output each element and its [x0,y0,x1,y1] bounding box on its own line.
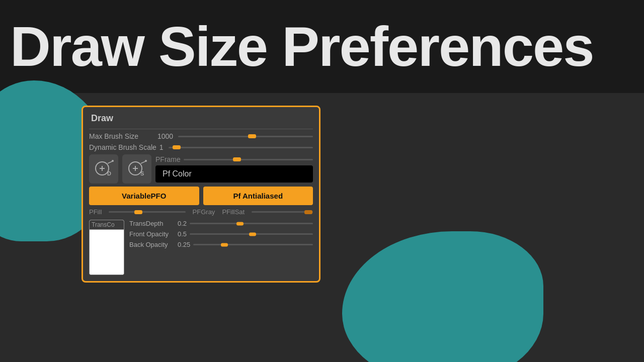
dynamic-brush-row: Dynamic Brush Scale 1 [89,143,313,151]
svg-point-5 [112,160,114,162]
pfill-row: PFill PFGray PFillSat [89,208,313,216]
front-opacity-track[interactable] [190,233,313,235]
max-brush-value: 1000 [157,132,173,140]
svg-text:D: D [107,170,111,176]
max-brush-track[interactable] [178,136,313,137]
circle-plus-d-icon: D [93,158,114,179]
trans-depth-track[interactable] [190,223,313,224]
front-opacity-row: Front Opacity 0.5 [129,230,313,238]
pfill-track[interactable] [109,211,185,213]
pf-color-label: Pf Color [163,169,192,178]
pfill-label: PFill [89,208,102,216]
trans-color-box: TransCo [89,220,124,275]
back-opacity-row: Back Opacity 0.25 [129,241,313,248]
dynamic-brush-label: Dynamic Brush Scale [89,143,156,151]
back-opacity-label: Back Opacity [129,241,175,248]
pfillsat-label: PFillSat [222,208,245,216]
trans-color-label: TransCo [90,220,124,230]
pframe-thumb[interactable] [233,157,241,161]
pframe-label: PFrame [155,155,181,163]
pfgray-label: PFGray [193,208,215,216]
trans-depth-value: 0.2 [178,220,187,227]
trans-row: TransCo TransDepth 0.2 Front Opacity 0.5 [89,220,313,275]
divider-1 [89,129,313,129]
dynamic-brush-track[interactable] [169,147,313,148]
circle-plus-s-icon: S [126,158,147,179]
svg-text:S: S [140,170,144,176]
icons-row: D S PFrame [89,154,313,184]
pfillsat-track[interactable] [252,211,313,213]
max-brush-row: Max Brush Size 1000 [89,132,313,140]
svg-line-4 [108,161,112,163]
draw-size-d-button[interactable]: D [89,154,118,184]
draw-panel: Draw Max Brush Size 1000 Dynamic Brush S… [82,106,320,283]
back-opacity-thumb[interactable] [221,243,228,246]
svg-point-11 [145,160,147,162]
back-opacity-track[interactable] [193,244,313,245]
svg-line-10 [141,161,145,163]
pfill-thumb[interactable] [134,210,142,214]
trans-color-swatch[interactable] [90,230,124,275]
pf-antialiased-button[interactable]: Pf Antialiased [203,187,313,205]
front-opacity-thumb[interactable] [249,232,256,236]
dynamic-brush-thumb[interactable] [173,145,181,149]
max-brush-label: Max Brush Size [89,132,154,140]
pframe-track[interactable] [184,159,313,160]
trans-depth-row: TransDepth 0.2 [129,220,313,227]
pframe-row: PFrame [155,155,313,163]
max-brush-thumb[interactable] [248,134,256,138]
front-opacity-value: 0.5 [178,230,187,238]
title-bar: Draw Size Preferences [0,0,644,93]
pfillsat-thumb[interactable] [304,210,312,214]
trans-depth-label: TransDepth [129,220,175,227]
pf-color-box[interactable]: Pf Color [155,165,313,183]
variable-pfo-button[interactable]: VariablePFO [89,187,199,205]
front-opacity-label: Front Opacity [129,230,175,238]
draw-size-s-button[interactable]: S [122,154,151,184]
page-title: Draw Size Preferences [10,19,594,75]
section-title: Draw [89,113,313,124]
trans-settings: TransDepth 0.2 Front Opacity 0.5 Back Op… [129,220,313,248]
pframe-area: PFrame Pf Color [155,155,313,183]
back-opacity-value: 0.25 [178,241,190,248]
orange-buttons-row: VariablePFO Pf Antialiased [89,187,313,205]
dynamic-brush-value: 1 [159,143,164,151]
trans-depth-thumb[interactable] [236,222,244,225]
